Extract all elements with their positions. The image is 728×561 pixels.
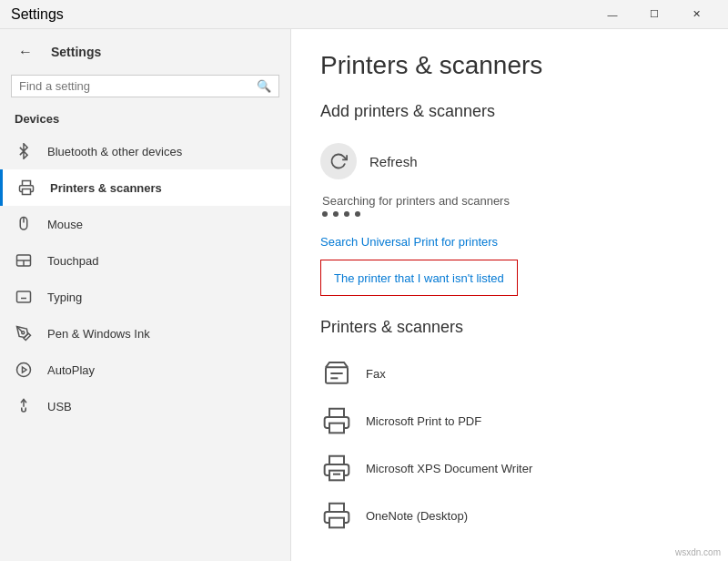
- back-icon: ←: [18, 44, 33, 60]
- sidebar-item-label-touchpad: Touchpad: [47, 254, 98, 268]
- maximize-button[interactable]: ☐: [633, 0, 675, 29]
- svg-rect-21: [329, 471, 344, 481]
- printer-item-pdf[interactable]: Microsoft Print to PDF: [320, 397, 699, 444]
- refresh-button[interactable]: Refresh: [320, 136, 699, 187]
- xps-name: Microsoft XPS Document Writer: [366, 462, 532, 475]
- fax-name: Fax: [366, 367, 386, 381]
- sidebar-item-label-pen: Pen & Windows Ink: [47, 327, 150, 341]
- sidebar-item-label-bluetooth: Bluetooth & other devices: [47, 145, 182, 158]
- svg-point-15: [21, 409, 23, 411]
- sidebar-item-printers[interactable]: Printers & scanners: [0, 169, 290, 206]
- svg-point-13: [17, 363, 31, 377]
- refresh-circle-icon: [320, 143, 357, 179]
- back-button[interactable]: ←: [15, 40, 36, 64]
- onenote-name: OneNote (Desktop): [366, 509, 468, 523]
- dots-row: [320, 211, 699, 217]
- sidebar-top: ← Settings: [0, 29, 290, 71]
- svg-rect-0: [23, 189, 31, 195]
- fax-icon: [320, 357, 353, 390]
- svg-rect-17: [326, 367, 348, 382]
- sidebar-item-touchpad[interactable]: Touchpad: [0, 242, 290, 279]
- sidebar-item-label-typing: Typing: [47, 291, 82, 304]
- sidebar-item-label-autoplay: AutoPlay: [47, 363, 95, 377]
- pen-icon: [15, 324, 33, 342]
- dot-2: [333, 211, 339, 217]
- search-icon: 🔍: [257, 79, 271, 93]
- svg-marker-14: [23, 367, 27, 372]
- printers-section-title: Printers & scanners: [320, 318, 699, 337]
- dot-4: [355, 211, 360, 217]
- titlebar: Settings — ☐ ✕: [0, 0, 728, 29]
- usb-icon: [15, 397, 33, 415]
- page-title: Printers & scanners: [320, 51, 699, 80]
- sidebar-item-bluetooth[interactable]: Bluetooth & other devices: [0, 133, 290, 169]
- close-button[interactable]: ✕: [675, 0, 717, 29]
- autoplay-icon: [15, 361, 33, 379]
- mouse-icon: [15, 215, 33, 233]
- printer-icon: [17, 178, 35, 197]
- search-box[interactable]: 🔍: [11, 75, 279, 97]
- printer-item-xps[interactable]: Microsoft XPS Document Writer: [320, 444, 699, 492]
- sidebar-item-typing[interactable]: Typing: [0, 279, 290, 315]
- pdf-name: Microsoft Print to PDF: [366, 414, 481, 428]
- not-listed-link[interactable]: The printer that I want isn't listed: [334, 271, 504, 285]
- searching-text: Searching for printers and scanners: [320, 194, 699, 208]
- titlebar-title: Settings: [11, 6, 64, 23]
- sidebar-item-label-usb: USB: [47, 400, 72, 413]
- svg-rect-6: [17, 291, 31, 302]
- sidebar-item-autoplay[interactable]: AutoPlay: [0, 352, 290, 388]
- printer-item-fax[interactable]: Fax: [320, 350, 699, 397]
- main-content: Printers & scanners Add printers & scann…: [291, 29, 728, 561]
- sidebar-item-label-mouse: Mouse: [47, 218, 83, 231]
- typing-icon: [15, 288, 33, 306]
- titlebar-left: Settings: [11, 6, 64, 23]
- sidebar-item-label-printers: Printers & scanners: [50, 181, 162, 195]
- svg-rect-23: [329, 518, 344, 528]
- sidebar: ← Settings 🔍 Devices Bluetooth & other d…: [0, 29, 291, 561]
- not-listed-box[interactable]: The printer that I want isn't listed: [320, 260, 518, 296]
- pdf-printer-icon: [320, 404, 353, 437]
- universal-print-link[interactable]: Search Universal Print for printers: [320, 235, 699, 249]
- xps-printer-icon: [320, 452, 353, 484]
- dot-3: [344, 211, 349, 217]
- svg-point-16: [25, 409, 27, 411]
- watermark: wsxdn.com: [675, 547, 721, 557]
- sidebar-item-pen[interactable]: Pen & Windows Ink: [0, 315, 290, 352]
- add-section-title: Add printers & scanners: [320, 102, 699, 121]
- bluetooth-icon: [15, 142, 33, 160]
- refresh-label: Refresh: [369, 154, 418, 169]
- onenote-printer-icon: [320, 499, 353, 532]
- svg-rect-20: [329, 423, 344, 434]
- printer-item-onenote[interactable]: OneNote (Desktop): [320, 492, 699, 539]
- search-input[interactable]: [19, 79, 249, 93]
- svg-point-12: [22, 332, 25, 334]
- dot-1: [322, 211, 328, 217]
- minimize-button[interactable]: —: [592, 0, 633, 29]
- touchpad-icon: [15, 251, 33, 270]
- app-body: ← Settings 🔍 Devices Bluetooth & other d…: [0, 29, 728, 561]
- sidebar-item-usb[interactable]: USB: [0, 388, 290, 424]
- titlebar-controls: — ☐ ✕: [592, 0, 717, 29]
- sidebar-item-mouse[interactable]: Mouse: [0, 206, 290, 242]
- sidebar-section-label: Devices: [0, 108, 290, 133]
- sidebar-app-title: Settings: [51, 45, 101, 59]
